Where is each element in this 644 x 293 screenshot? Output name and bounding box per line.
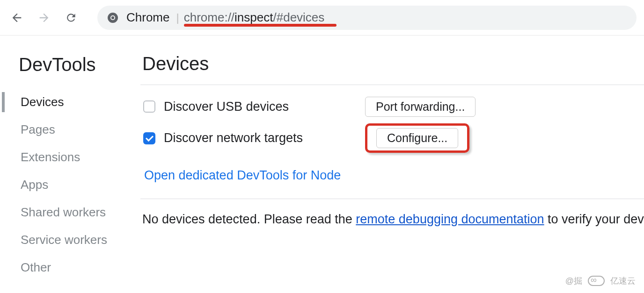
discover-network-label: Discover network targets — [164, 131, 365, 145]
watermark-left: @掘 — [565, 275, 582, 286]
sidebar-item-label: Service workers — [21, 233, 107, 247]
remote-debugging-doc-link[interactable]: remote debugging documentation — [356, 212, 544, 226]
reload-button[interactable] — [62, 8, 80, 27]
content-area: DevTools Devices Pages Extensions Apps S… — [0, 36, 644, 293]
arrow-right-icon — [37, 11, 51, 24]
address-origin: Chrome — [126, 10, 169, 25]
address-url: chrome://inspect/#devices — [184, 10, 325, 25]
chrome-icon — [107, 12, 119, 24]
port-forwarding-button[interactable]: Port forwarding... — [365, 97, 476, 117]
sidebar-item-other[interactable]: Other — [0, 254, 140, 281]
address-separator: | — [176, 11, 179, 24]
discover-usb-checkbox[interactable] — [143, 100, 155, 113]
sidebar-item-service-workers[interactable]: Service workers — [0, 226, 140, 254]
sidebar-item-pages[interactable]: Pages — [0, 116, 140, 143]
sidebar-item-extensions[interactable]: Extensions — [0, 143, 140, 171]
discover-network-checkbox[interactable] — [143, 132, 155, 144]
address-bar[interactable]: Chrome | chrome://inspect/#devices — [97, 6, 637, 30]
arrow-left-icon — [10, 11, 23, 24]
back-button[interactable] — [7, 8, 26, 27]
configure-button[interactable]: Configure... — [376, 128, 458, 148]
sidebar-title: DevTools — [0, 54, 140, 75]
sidebar-item-label: Shared workers — [21, 205, 106, 219]
sidebar-item-shared-workers[interactable]: Shared workers — [0, 199, 140, 226]
reload-icon — [65, 12, 77, 24]
sidebar-item-label: Extensions — [21, 150, 80, 164]
sidebar-item-label: Other — [21, 260, 51, 274]
cloud-icon — [588, 276, 605, 286]
forward-button[interactable] — [35, 8, 53, 27]
discover-network-row: Discover network targets Configure... — [143, 123, 644, 153]
annotation-underline — [184, 24, 337, 27]
annotation-highlight-box: Configure... — [365, 123, 469, 153]
node-devtools-row: Open dedicated DevTools for Node — [143, 163, 644, 187]
page-title: Devices — [140, 53, 644, 74]
sidebar-item-apps[interactable]: Apps — [0, 171, 140, 199]
discover-usb-label: Discover USB devices — [164, 100, 365, 114]
discover-usb-row: Discover USB devices Port forwarding... — [143, 94, 644, 119]
sidebar-item-label: Pages — [21, 122, 55, 136]
sidebar-item-label: Devices — [21, 95, 64, 109]
no-devices-message: No devices detected. Please read the rem… — [140, 199, 644, 227]
sidebar-item-label: Apps — [21, 178, 48, 192]
main-panel: Devices Discover USB devices Port forwar… — [140, 36, 644, 293]
sidebar-item-devices[interactable]: Devices — [0, 88, 140, 116]
watermark-right: 亿速云 — [610, 275, 636, 286]
browser-toolbar: Chrome | chrome://inspect/#devices — [0, 0, 644, 36]
watermark: @掘 亿速云 — [565, 275, 636, 286]
svg-point-2 — [111, 16, 114, 19]
discovery-section: Discover USB devices Port forwarding... … — [140, 85, 644, 199]
open-node-devtools-link[interactable]: Open dedicated DevTools for Node — [144, 168, 341, 183]
sidebar: DevTools Devices Pages Extensions Apps S… — [0, 36, 140, 293]
